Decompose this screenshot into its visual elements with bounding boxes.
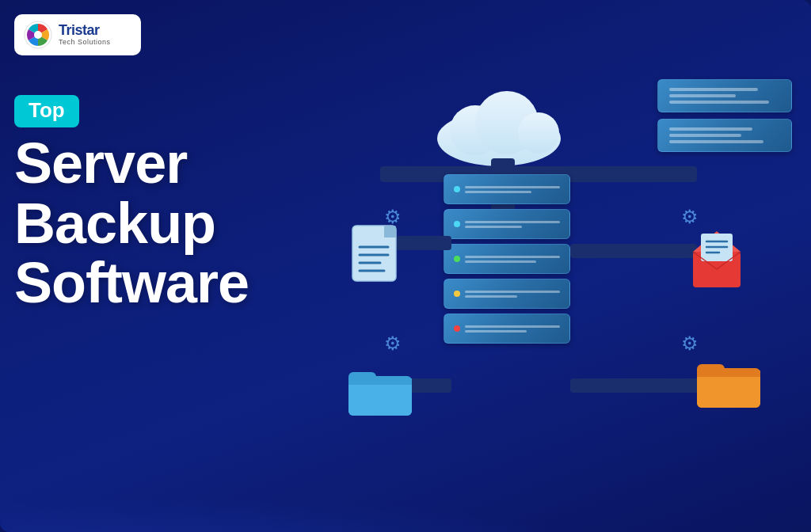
svg-rect-28 — [697, 370, 760, 377]
svg-rect-8 — [384, 226, 396, 238]
nas-unit-2 — [657, 119, 792, 152]
logo-subtitle: Tech Solutions — [59, 39, 111, 47]
server-dot-red — [454, 325, 460, 332]
server-lines-3 — [465, 256, 560, 263]
nas-stack — [657, 79, 792, 158]
email-right-icon — [689, 230, 748, 296]
logo-icon — [24, 21, 52, 49]
server-unit-3 — [444, 244, 570, 274]
server-dot-green — [454, 256, 460, 262]
document-left-icon — [348, 222, 404, 292]
svg-point-1 — [34, 31, 42, 39]
h-bar-right-email — [570, 244, 697, 258]
server-unit-4 — [444, 279, 570, 309]
server-unit-5 — [444, 314, 570, 344]
svg-rect-16 — [348, 378, 412, 385]
server-unit-2 — [444, 209, 570, 239]
server-lines-4 — [465, 291, 560, 298]
server-dot-cyan — [454, 186, 460, 192]
server-stack — [444, 174, 570, 348]
cloud-icon — [428, 79, 570, 166]
logo-area: Tristar Tech Solutions — [14, 14, 141, 55]
nas-unit-1 — [657, 79, 792, 112]
server-unit-1 — [444, 174, 570, 204]
illustration: ⚙ ⚙ ⚙ ⚙ — [301, 48, 808, 507]
h-bar-right-folder — [570, 378, 705, 393]
left-text-block: Top Server Backup Software — [14, 95, 307, 314]
h-bar-left-doc — [396, 236, 451, 250]
server-dot-yellow — [454, 291, 460, 297]
top-badge: Top — [14, 95, 79, 127]
logo-text-block: Tristar Tech Solutions — [59, 23, 111, 47]
svg-rect-27 — [697, 372, 760, 408]
gear-icon-2: ⚙ — [384, 332, 402, 355]
title-line1: Server — [14, 134, 307, 194]
main-title: Server Backup Software — [14, 134, 307, 314]
svg-rect-15 — [348, 380, 412, 416]
gear-icon-4: ⚙ — [681, 332, 699, 355]
server-lines-5 — [465, 325, 560, 332]
server-dot-cyan2 — [454, 221, 460, 227]
svg-point-5 — [518, 112, 559, 154]
folder-left-icon — [348, 364, 412, 423]
logo-name: Tristar — [59, 23, 111, 39]
title-line2: Backup — [14, 194, 307, 254]
title-line3: Software — [14, 253, 307, 314]
page-container: Tristar Tech Solutions Top Server Backup… — [0, 0, 811, 532]
gear-icon-3: ⚙ — [681, 206, 699, 228]
folder-right-icon — [697, 356, 760, 415]
server-lines-2 — [465, 221, 560, 228]
server-lines-1 — [465, 186, 560, 193]
